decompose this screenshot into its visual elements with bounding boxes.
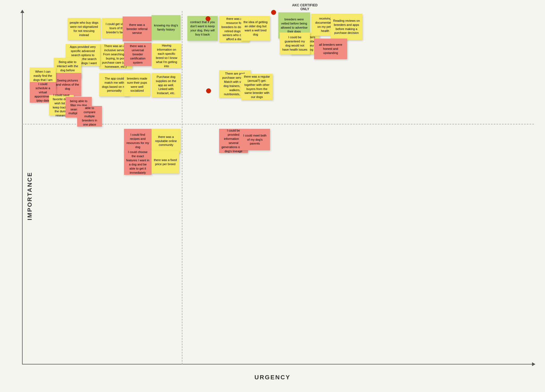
sticky-note-n1: people who buy dogs were not stigmatized… bbox=[68, 18, 101, 40]
x-axis-label: URGENCY bbox=[254, 374, 290, 381]
mid-vertical-line bbox=[182, 11, 182, 364]
chart-area: IMPORTANCE URGENCY AKC CERTIFIEDONLY peo… bbox=[0, 0, 545, 392]
y-axis bbox=[22, 11, 23, 364]
sticky-note-n21: breeders made sure their pups were well … bbox=[124, 73, 150, 96]
red-dot-d1 bbox=[206, 16, 211, 21]
sticky-note-n4: knowing my dog's family history bbox=[152, 15, 180, 40]
sticky-note-n13: all breeders were honest and upstanding bbox=[314, 39, 347, 59]
sticky-note-n22: Purchase dog supplies on the app as well… bbox=[152, 73, 180, 97]
red-dot-d2 bbox=[271, 10, 276, 15]
y-axis-label: IMPORTANCE bbox=[26, 172, 33, 220]
sticky-note-n10: I could be guaranteed my dog would not h… bbox=[280, 32, 310, 55]
sticky-note-n5: contract that if you don't want to keep … bbox=[187, 16, 218, 41]
sticky-note-n29: able to compare multiple breeders in one… bbox=[77, 106, 102, 127]
akc-certified-label: AKC CERTIFIEDONLY bbox=[292, 3, 318, 11]
sticky-note-n35: there was a fixed price per breed bbox=[152, 151, 179, 173]
sticky-note-n3: there was a breeder referral service bbox=[123, 17, 152, 41]
sticky-note-n24: there was a regular (annual?) get-togeth… bbox=[241, 74, 273, 100]
red-dot-d3 bbox=[206, 88, 211, 93]
sticky-note-n30: I could find recipes and resources for m… bbox=[124, 129, 152, 153]
sticky-note-n34: I could choose the exact features I want… bbox=[124, 150, 152, 175]
sticky-note-n16: there was a universal breeder certificat… bbox=[124, 43, 152, 66]
sticky-note-n31: there was a reputable online community bbox=[152, 129, 180, 153]
sticky-note-n7: the idea of getting an older dog but wan… bbox=[241, 16, 270, 41]
sticky-note-n33: I could meet both of my dog's parents bbox=[240, 129, 270, 150]
x-axis-arrow bbox=[532, 362, 535, 366]
x-axis bbox=[22, 364, 534, 364]
y-axis-arrow bbox=[20, 10, 24, 13]
sticky-note-n17: Having information on each specific bree… bbox=[152, 43, 181, 68]
sticky-note-n12: Reading reviews on breeders and apps bef… bbox=[331, 14, 362, 40]
